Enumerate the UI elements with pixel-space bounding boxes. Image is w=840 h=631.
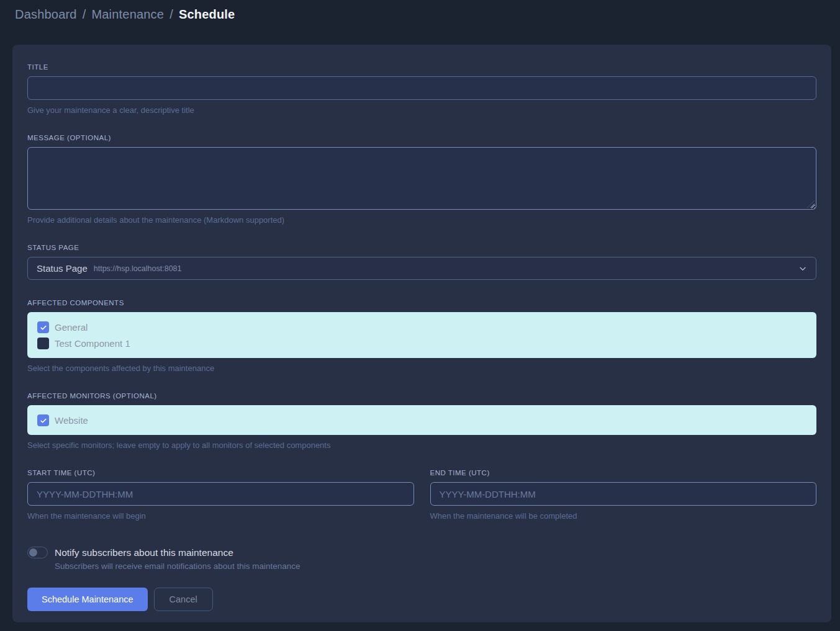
breadcrumb-separator: / bbox=[83, 7, 86, 22]
end-time-helper-text: When the maintenance will be completed bbox=[430, 511, 817, 521]
component-option-test-component-1[interactable]: Test Component 1 bbox=[37, 338, 806, 349]
breadcrumb-separator: / bbox=[169, 7, 173, 22]
title-input[interactable] bbox=[27, 76, 816, 100]
status-page-selected-url: https://hsp.localhost:8081 bbox=[94, 264, 182, 273]
start-time-helper-text: When the maintenance will begin bbox=[27, 511, 414, 521]
message-helper-text: Provide additional details about the mai… bbox=[27, 215, 816, 225]
affected-monitors-helper-text: Select specific monitors; leave empty to… bbox=[27, 441, 816, 450]
check-icon bbox=[40, 417, 47, 424]
component-option-label: Test Component 1 bbox=[55, 338, 130, 349]
affected-monitors-list: Website bbox=[27, 405, 816, 435]
start-time-field-group: START TIME (UTC) When the maintenance wi… bbox=[27, 469, 414, 521]
status-page-selected-name: Status Page bbox=[37, 263, 88, 274]
end-time-label: END TIME (UTC) bbox=[430, 469, 817, 477]
component-option-label: General bbox=[55, 322, 88, 333]
title-label: TITLE bbox=[27, 63, 816, 71]
checkbox-test-component-1[interactable] bbox=[37, 338, 49, 349]
chevron-down-icon bbox=[798, 264, 807, 273]
message-field-group: MESSAGE (OPTIONAL) Provide additional de… bbox=[27, 134, 816, 225]
breadcrumb-dashboard[interactable]: Dashboard bbox=[15, 7, 77, 22]
breadcrumb-current-schedule: Schedule bbox=[179, 7, 235, 22]
notify-helper-text: Subscribers will receive email notificat… bbox=[55, 562, 816, 571]
notify-toggle-label: Notify subscribers about this maintenanc… bbox=[55, 547, 233, 558]
schedule-maintenance-button[interactable]: Schedule Maintenance bbox=[27, 588, 148, 611]
breadcrumb-maintenance[interactable]: Maintenance bbox=[91, 7, 164, 22]
component-option-general[interactable]: General bbox=[37, 321, 806, 333]
form-actions: Schedule Maintenance Cancel bbox=[27, 588, 816, 611]
affected-components-label: AFFECTED COMPONENTS bbox=[27, 299, 816, 307]
notify-section: Notify subscribers about this maintenanc… bbox=[27, 547, 816, 571]
end-time-input[interactable] bbox=[430, 482, 817, 506]
start-time-label: START TIME (UTC) bbox=[27, 469, 414, 477]
schedule-maintenance-form-card: TITLE Give your maintenance a clear, des… bbox=[12, 45, 831, 622]
message-label: MESSAGE (OPTIONAL) bbox=[27, 134, 816, 141]
breadcrumb: Dashboard / Maintenance / Schedule bbox=[15, 7, 235, 22]
affected-components-helper-text: Select the components affected by this m… bbox=[27, 364, 816, 373]
cancel-button[interactable]: Cancel bbox=[154, 588, 213, 611]
title-helper-text: Give your maintenance a clear, descripti… bbox=[27, 105, 816, 115]
notify-subscribers-toggle[interactable] bbox=[27, 547, 48, 558]
top-bar: Dashboard / Maintenance / Schedule bbox=[0, 0, 840, 45]
checkbox-general[interactable] bbox=[37, 321, 49, 333]
status-page-select[interactable]: Status Page https://hsp.localhost:8081 bbox=[27, 257, 816, 280]
status-page-label: STATUS PAGE bbox=[27, 244, 816, 251]
affected-components-list: General Test Component 1 bbox=[27, 312, 816, 358]
end-time-field-group: END TIME (UTC) When the maintenance will… bbox=[430, 469, 817, 521]
start-time-input[interactable] bbox=[27, 482, 414, 506]
checkbox-website[interactable] bbox=[37, 414, 49, 426]
affected-components-field-group: AFFECTED COMPONENTS General Test Compone… bbox=[27, 299, 816, 373]
time-fields-row: START TIME (UTC) When the maintenance wi… bbox=[27, 469, 816, 521]
affected-monitors-label: AFFECTED MONITORS (OPTIONAL) bbox=[27, 392, 816, 400]
monitor-option-label: Website bbox=[55, 415, 88, 426]
affected-monitors-field-group: AFFECTED MONITORS (OPTIONAL) Website Sel… bbox=[27, 392, 816, 450]
toggle-knob bbox=[29, 548, 37, 557]
monitor-option-website[interactable]: Website bbox=[37, 414, 806, 426]
status-page-field-group: STATUS PAGE Status Page https://hsp.loca… bbox=[27, 244, 816, 280]
message-textarea[interactable] bbox=[27, 147, 816, 210]
check-icon bbox=[40, 324, 47, 331]
title-field-group: TITLE Give your maintenance a clear, des… bbox=[27, 63, 816, 115]
